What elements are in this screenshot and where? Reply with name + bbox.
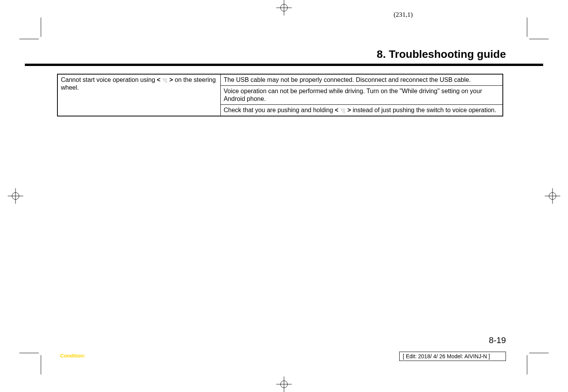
troubleshooting-table: Cannot start voice operation using < > o…	[57, 74, 503, 116]
bracket-open: <	[335, 107, 338, 113]
solution-text-suffix: instead of just pushing the switch to vo…	[351, 107, 496, 113]
page-coordinate: (231,1)	[393, 11, 413, 19]
chapter-title: 8. Troubleshooting guide	[377, 48, 506, 61]
registration-mark-top	[276, 0, 292, 16]
condition-label: Condition:	[60, 353, 85, 359]
registration-mark-bottom	[276, 376, 292, 392]
bracket-close: >	[347, 107, 351, 113]
horizontal-rule	[25, 64, 543, 66]
solution-cell: Voice operation can not be performed whi…	[220, 86, 503, 105]
page-number: 8-19	[489, 335, 506, 345]
symptom-text-prefix: Cannot start voice operation using	[61, 76, 157, 83]
crop-mark	[529, 353, 549, 353]
bracket-open: <	[157, 76, 160, 83]
crop-mark	[41, 355, 41, 375]
crop-mark	[529, 39, 549, 39]
registration-mark-left	[8, 188, 23, 204]
crop-mark	[527, 355, 527, 375]
bracket-close: >	[170, 76, 173, 83]
symptom-cell: Cannot start voice operation using < > o…	[57, 74, 220, 116]
crop-mark	[527, 17, 527, 37]
crop-mark	[19, 39, 39, 39]
solution-text-prefix: Check that you are pushing and holding	[224, 107, 335, 113]
crop-mark	[19, 353, 39, 353]
edit-info-box: [ Edit: 2018/ 4/ 26 Model: AIVINJ-N ]	[399, 352, 506, 361]
talk-icon	[162, 78, 168, 83]
registration-mark-right	[545, 188, 560, 204]
solution-cell: Check that you are pushing and holding <…	[220, 105, 503, 116]
solution-cell: The USB cable may not be properly connec…	[220, 74, 503, 86]
crop-mark	[41, 17, 41, 37]
talk-icon	[340, 108, 346, 113]
